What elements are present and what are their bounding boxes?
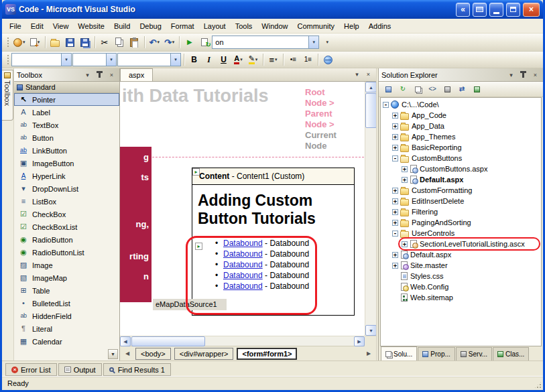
tab-solution-explorer[interactable]: Solu... [381, 346, 417, 361]
tree-expander[interactable] [402, 177, 408, 183]
toolbox-item-linkbutton[interactable]: abLinkButton [14, 144, 119, 157]
smart-tag-glyph[interactable]: ▸ [192, 168, 200, 176]
toolbox-item-literal[interactable]: ¶Literal [14, 322, 119, 335]
font-size-combobox[interactable]: ▾ [117, 53, 181, 66]
tree-item-folder[interactable]: EditInsertDelete [381, 196, 541, 206]
toolbox-item-listbox[interactable]: ≡ListBox [14, 195, 119, 208]
tree-expander[interactable] [392, 273, 398, 279]
menu-window[interactable]: Window [257, 20, 292, 32]
toolbox-item-dropdownlist[interactable]: ▾DropDownList [14, 182, 119, 195]
tab-error-list[interactable]: ×Error List [5, 363, 57, 376]
toolbar-grip[interactable] [6, 36, 9, 48]
tag-nav-left-button[interactable]: ◀ [123, 348, 132, 359]
toolbox-item-imagebutton[interactable]: ▣ImageButton [14, 157, 119, 170]
databound-link[interactable]: Databound [223, 271, 263, 280]
foreground-color-button[interactable]: A▾ [231, 53, 245, 67]
toolbox-item-button[interactable]: abButton [14, 131, 119, 144]
underline-button[interactable]: U [217, 53, 231, 67]
toolbar-grip[interactable] [6, 54, 9, 66]
tab-find-results[interactable]: Find Results 1 [103, 363, 171, 376]
toolbox-item-calendar[interactable]: ▦Calendar [14, 335, 119, 348]
tree-expander[interactable] [392, 113, 398, 119]
toolbox-item-checkboxlist[interactable]: ☑CheckBoxList [14, 220, 119, 233]
menu-tools[interactable]: Tools [231, 20, 257, 32]
menu-file[interactable]: File [5, 20, 26, 32]
tree-expander[interactable] [392, 284, 398, 290]
combo-dropdown-button[interactable]: ▾ [308, 36, 318, 48]
menu-website[interactable]: Website [73, 20, 109, 32]
menu-format[interactable]: Format [166, 20, 199, 32]
scroll-down-button[interactable]: ▼ [365, 325, 376, 336]
auto-hide-pin-button[interactable] [518, 70, 528, 80]
scroll-up-button[interactable]: ▲ [365, 82, 376, 92]
scroll-left-button[interactable]: ◀ [120, 336, 131, 346]
tree-item-file[interactable]: Default.aspx [381, 174, 541, 185]
font-name-combobox[interactable]: ▾ [72, 53, 117, 66]
add-item-button[interactable]: ▾ [28, 36, 42, 50]
view-in-browser-button[interactable] [197, 36, 211, 50]
cut-button[interactable]: ✂ [98, 36, 112, 50]
tree-item-folder[interactable]: App_Data [381, 121, 541, 131]
copy-web-site-button[interactable]: ⇄ [455, 83, 469, 96]
tab-properties[interactable]: Prop... [418, 347, 455, 361]
tree-item-folder[interactable]: App_Themes [381, 131, 541, 142]
tab-server-explorer[interactable]: Serv... [456, 347, 492, 361]
tree-expander[interactable] [392, 134, 398, 140]
menu-help[interactable]: Help [339, 20, 364, 32]
aspnet-configuration-button[interactable] [470, 83, 483, 96]
redo-button[interactable]: ↷▾ [162, 36, 176, 50]
tree-item-root[interactable]: C:\...\Code\ [381, 99, 541, 110]
tree-expander[interactable] [392, 198, 398, 204]
refresh-button[interactable]: ↻ [396, 83, 410, 96]
toolbox-item-table[interactable]: ⊞Table [14, 284, 119, 297]
toolbar-combobox[interactable]: on ▾ [212, 36, 319, 49]
tag-form-form1[interactable]: <form#form1> [237, 348, 297, 360]
document-close-button[interactable]: × [363, 70, 373, 79]
menu-community[interactable]: Community [292, 20, 339, 32]
chevrons-button[interactable]: « [456, 3, 470, 17]
toolbox-item-textbox[interactable]: abTextBox [14, 119, 119, 131]
tag-nav-right-button[interactable]: ▶ [364, 348, 373, 359]
window-position-button[interactable]: ▾ [82, 70, 93, 80]
sitemap-datasource-control[interactable]: eMapDataSource1 [153, 299, 227, 310]
tree-item-file[interactable]: Web.Config [381, 281, 541, 292]
tree-expander[interactable] [392, 145, 398, 151]
menu-layout[interactable]: Layout [199, 20, 231, 32]
tab-class-view[interactable]: Clas... [493, 347, 529, 361]
databound-link[interactable]: Databound [223, 249, 263, 259]
vertical-scroll-thumb[interactable] [365, 93, 376, 128]
tree-expander[interactable] [392, 209, 398, 215]
tree-item-folder[interactable]: Filtering [381, 206, 541, 217]
toolbox-item-pointer[interactable]: ↖Pointer [14, 93, 119, 106]
view-designer-button[interactable] [440, 83, 454, 96]
auto-hide-pin-button[interactable] [95, 70, 105, 80]
document-tab-aspx[interactable]: aspx [120, 68, 153, 81]
tree-expander[interactable] [392, 155, 398, 161]
paste-button[interactable] [127, 36, 141, 50]
tree-expander[interactable] [392, 252, 398, 258]
toolbox-item-imagemap[interactable]: ▧ImageMap [14, 271, 119, 284]
bold-button[interactable]: B [187, 53, 201, 67]
tree-expander[interactable] [392, 123, 398, 129]
nest-related-files-button[interactable] [411, 83, 424, 96]
designer-vertical-scrollbar[interactable]: ▲ ▼ [365, 82, 376, 336]
toolbox-item-label[interactable]: ALabel [14, 106, 119, 119]
tree-expander[interactable] [392, 220, 398, 226]
toolbox-item-image[interactable]: ▨Image [14, 259, 119, 271]
tree-item-file[interactable]: Web.sitemap [381, 292, 541, 303]
toolbox-scroll-down-button[interactable]: ▼ [108, 349, 118, 359]
tree-item-file[interactable]: Styles.css [381, 271, 541, 281]
open-file-button[interactable] [48, 36, 62, 50]
tree-item-folder[interactable]: BasicReporting [381, 142, 541, 153]
tree-item-folder[interactable]: CustomButtons [381, 153, 541, 164]
save-all-button[interactable] [78, 36, 92, 50]
solution-explorer-close-button[interactable]: × [530, 70, 540, 80]
tree-expander[interactable] [392, 295, 398, 301]
toolbox-close-button[interactable]: × [107, 70, 117, 80]
menu-edit[interactable]: Edit [26, 20, 48, 32]
toolbox-item-hyperlink[interactable]: AHyperLink [14, 170, 119, 182]
close-button[interactable]: × [523, 3, 540, 17]
databound-link[interactable]: Databound [223, 260, 263, 269]
menu-addins[interactable]: Addins [364, 20, 396, 32]
maximize-button[interactable] [506, 3, 520, 17]
